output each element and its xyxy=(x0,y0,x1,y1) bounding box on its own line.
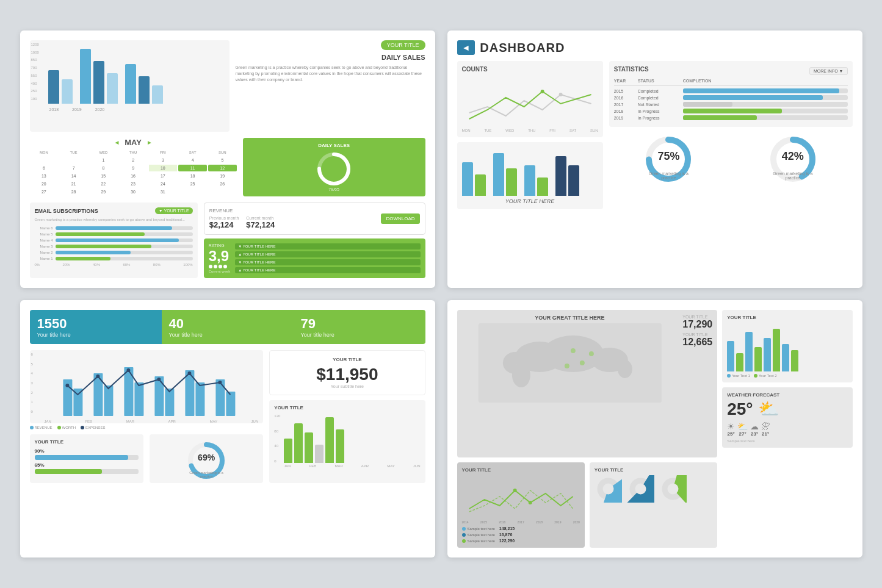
metric-3-num: 79 xyxy=(301,316,334,332)
bottom-section: EMAIL SUBSCRIPTIONS ▼ YOUR TITLE Green m… xyxy=(30,203,425,278)
bar-chart-section: YOUR TITLE HERE xyxy=(457,142,603,209)
svg-point-21 xyxy=(96,375,99,378)
rating-sub: Current week xyxy=(209,270,231,273)
svg-point-34 xyxy=(511,363,530,387)
horizontal-bars: Name 6 Name 5 Name 4 Name 3 xyxy=(35,226,193,260)
svg-point-3 xyxy=(558,93,562,96)
weather-main: 25° ⛅ xyxy=(727,399,847,419)
calendar-header: ◄ MAY ► xyxy=(30,138,237,147)
weather-title: WEATHER FORECAST xyxy=(727,392,847,398)
svg-point-38 xyxy=(564,364,569,368)
prev-month-label: Previous month xyxy=(209,216,239,220)
gauge-percentage: 75% xyxy=(316,190,352,226)
map-stats: YOUR TITLE 17,290 YOUR TITLE 12,665 xyxy=(682,315,712,453)
rating-item: ▲ YOUR TITLE HERE xyxy=(235,267,420,273)
hbar-row: Name 6 xyxy=(35,226,193,230)
next-month-arrow[interactable]: ► xyxy=(146,139,153,146)
right-bar-chart: YOUR TITLE Your Text xyxy=(722,310,852,382)
map-box: YOUR GREAT TITLE HERE xyxy=(457,310,718,457)
pie-charts xyxy=(595,475,712,503)
small-bar-chart: YOUR TITLE 12080400 xyxy=(269,400,425,483)
bottom-charts-row: YOUR TITLE 2014201520162017201820192020 xyxy=(457,462,718,548)
email-header: EMAIL SUBSCRIPTIONS ▼ YOUR TITLE xyxy=(35,207,193,214)
panel-top-left: 12001000850700550400250100 xyxy=(20,30,435,288)
more-info-button[interactable]: MORE INFO ▼ xyxy=(809,67,848,75)
metrics-bottom-row: YOUR TITLE 90% 65% xyxy=(30,434,264,483)
year-labels: 2014201520162017201820192020 xyxy=(462,520,580,524)
dashboard-header: ◄ DASHBOARD xyxy=(457,40,853,55)
y-axis-labels: 12001000850700550400250100 xyxy=(31,43,39,101)
line-chart-labels: MONTUEWEDTHUFRISATSUN xyxy=(462,129,598,132)
statistics-section: STATISTICS MORE INFO ▼ YEAR STATUS COMPL… xyxy=(609,61,853,209)
svg-point-40 xyxy=(528,501,532,504)
weather-main-icon: ⛅ xyxy=(758,399,779,419)
pie-1 xyxy=(595,475,622,503)
right-side: YOUR TITLE Your Text xyxy=(722,310,852,548)
top-metrics: 1550 Your title here 40 Your title here … xyxy=(30,310,425,344)
svg-rect-17 xyxy=(195,382,204,416)
bar xyxy=(125,64,136,104)
donut-1-value: 75% xyxy=(657,150,679,163)
prev-month-arrow[interactable]: ◄ xyxy=(114,139,120,146)
bottom-content: 6543210 xyxy=(30,350,425,483)
revenue-values: Previous month $2,124 Current month $72,… xyxy=(209,216,275,229)
dashboard-icon: ◄ xyxy=(457,40,475,55)
bar-chart xyxy=(48,45,225,106)
stats-row: 2018 In Progress xyxy=(614,109,848,113)
email-title: EMAIL SUBSCRIPTIONS xyxy=(35,208,98,214)
weather-sub-label: Sample text here xyxy=(727,439,847,443)
hbar-row: Name 1 xyxy=(35,257,193,260)
bar-group xyxy=(462,147,598,196)
weather-day-2: ⛅ 27° xyxy=(737,421,748,437)
svg-point-23 xyxy=(157,378,161,381)
counts-line-chart xyxy=(462,76,598,125)
rating-value: 3,9 xyxy=(209,248,231,265)
stats-row: 2017 Not Started xyxy=(614,102,848,107)
line-chart-box: YOUR TITLE 2014201520162017201820192020 xyxy=(457,462,585,548)
svg-point-20 xyxy=(65,384,69,387)
chart-legend: REVENUE WORTH EXPENSES xyxy=(30,426,264,429)
percentage-box: YOUR TITLE 90% 65% xyxy=(30,434,143,483)
email-title-button[interactable]: ▼ YOUR TITLE xyxy=(155,207,193,214)
download-button[interactable]: DOWNLOAD xyxy=(381,213,419,224)
bar xyxy=(62,79,73,104)
statistics-title: STATISTICS xyxy=(614,66,649,73)
month-label: MAY xyxy=(125,138,142,147)
dashboard-title: DASHBOARD xyxy=(480,41,565,55)
svg-rect-15 xyxy=(165,389,174,416)
stat-item-1: YOUR TITLE 17,290 xyxy=(682,315,712,330)
combo-svg xyxy=(45,355,259,416)
right-bar-group xyxy=(727,323,847,371)
combo-chart: 6543210 xyxy=(30,350,264,423)
donut-1-sub: Green marketing is a practice xyxy=(647,171,690,180)
bar xyxy=(107,73,118,104)
weather-day-3: ☁ 23° xyxy=(750,421,759,437)
pie-chart-box: YOUR TITLE xyxy=(590,462,717,548)
svg-rect-19 xyxy=(226,392,235,416)
gauge-sub: 78/65 xyxy=(328,187,339,192)
dashboard-main: COUNTS MONTUEWEDTHUFRISATSUN xyxy=(457,61,853,209)
bar-box-title: YOUR TITLE xyxy=(274,405,420,411)
email-desc: Green marketing is a practice whereby co… xyxy=(35,218,193,221)
calendar: ◄ MAY ► MON TUE WED THU FRI SAT SUN 1234… xyxy=(30,138,237,196)
svg-point-46 xyxy=(635,484,646,495)
small-donut: 69% Green marketing is a practice xyxy=(150,434,263,483)
rating-item: ▲ YOUR TITLE HERE xyxy=(235,251,420,257)
prev-month-value: $2,124 xyxy=(209,220,239,229)
svg-rect-11 xyxy=(104,385,113,416)
rating-box: RATING 3,9 Current week ▼ YOUR TIT xyxy=(204,238,425,278)
svg-point-36 xyxy=(588,351,593,356)
gauge-title: DAILY SALES xyxy=(318,143,350,148)
description-text: Green marketing is a practice whereby co… xyxy=(236,65,425,82)
month-labels: JANFEBMARAPRMAYJUN xyxy=(45,420,259,423)
chart-description: YOUR TITLE DAILY SALES Green marketing i… xyxy=(236,40,425,132)
calendar-grid: MON TUE WED THU FRI SAT SUN 12345 678910… xyxy=(30,149,237,195)
stats-row: 2016 Completed xyxy=(614,95,848,100)
svg-rect-18 xyxy=(215,379,225,416)
donut-sub: Green marketing is a practice xyxy=(185,471,228,478)
line-chart-title: YOUR TITLE xyxy=(462,467,580,473)
weather-forecast-days: ☀ 25° ⛅ 27° ☁ 23° ⛈ 21° xyxy=(727,421,847,437)
right-chart-legend: Your Text 1 Your Text 2 xyxy=(727,374,847,378)
your-title-button[interactable]: YOUR TITLE xyxy=(381,40,425,50)
big-number-subtitle: Your subtitle here xyxy=(331,384,364,389)
